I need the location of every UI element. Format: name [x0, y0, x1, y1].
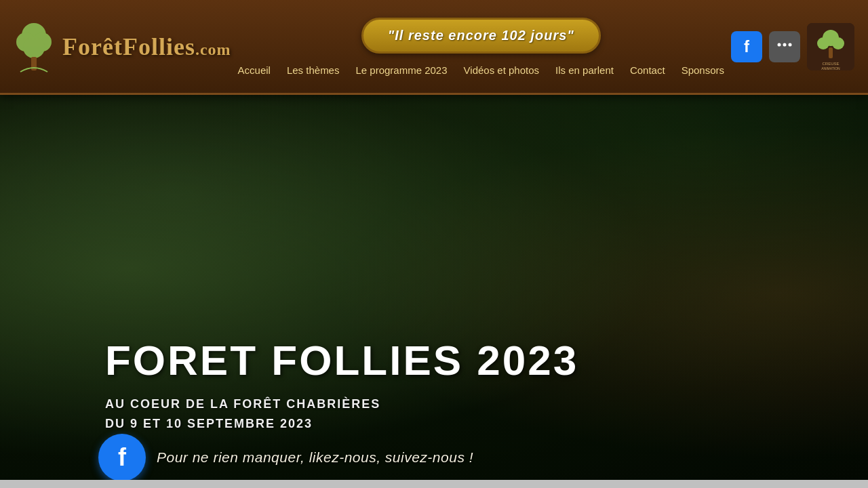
- center-area: "Il reste encore 102 jours" Accueil Les …: [231, 18, 731, 76]
- countdown-button[interactable]: "Il reste encore 102 jours": [361, 18, 601, 54]
- svg-rect-12: [829, 47, 833, 58]
- share-button[interactable]: [769, 31, 800, 62]
- hero-subtitle: AU COEUR DE LA FORÊT CHABRIÈRES DU 9 ET …: [105, 394, 578, 434]
- nav-contact[interactable]: Contact: [630, 64, 665, 76]
- facebook-button[interactable]: f: [731, 31, 762, 62]
- right-area: f CREUSE: [731, 23, 854, 70]
- svg-point-6: [783, 43, 787, 47]
- svg-text:CREUSE: CREUSE: [822, 62, 839, 66]
- svg-point-3: [23, 37, 45, 58]
- hero-title: Foret Follies 2023: [105, 338, 578, 382]
- nav-ils-parlent[interactable]: Ils en parlent: [555, 64, 614, 76]
- facebook-icon: f: [744, 37, 749, 56]
- logo-area: ForêtFollies.com: [14, 23, 231, 70]
- svg-point-5: [778, 43, 781, 47]
- logo-brand: ForêtFollies: [62, 33, 195, 60]
- nav-links: Accueil Les thèmes Le programme 2023 Vid…: [238, 64, 724, 76]
- svg-point-10: [817, 37, 829, 49]
- logo-icon[interactable]: [14, 23, 54, 70]
- partner-logo: CREUSE ANIMATION: [807, 23, 854, 70]
- logo-suffix: .com: [195, 41, 231, 58]
- nav-programme[interactable]: Le programme 2023: [355, 64, 447, 76]
- share-icon: [777, 39, 792, 54]
- facebook-circle-icon: f: [118, 443, 126, 472]
- social-row: f Pour ne rien manquer, likez-nous, suiv…: [98, 434, 473, 481]
- navbar: ForêtFollies.com "Il reste encore 102 jo…: [0, 0, 868, 95]
- svg-point-11: [832, 37, 844, 49]
- svg-text:ANIMATION: ANIMATION: [821, 66, 840, 70]
- social-cta-text: Pour ne rien manquer, likez-nous, suivez…: [157, 449, 473, 466]
- hero-line1: AU COEUR DE LA FORÊT CHABRIÈRES: [105, 394, 578, 414]
- nav-themes[interactable]: Les thèmes: [287, 64, 340, 76]
- hero-line2: DU 9 ET 10 SEPTEMBRE 2023: [105, 414, 578, 434]
- nav-videos[interactable]: Vidéos et photos: [464, 64, 539, 76]
- facebook-circle-button[interactable]: f: [98, 434, 146, 481]
- svg-point-7: [789, 43, 792, 47]
- logo-text[interactable]: ForêtFollies.com: [62, 33, 231, 61]
- nav-accueil[interactable]: Accueil: [238, 64, 271, 76]
- bottom-bar: [0, 480, 868, 488]
- nav-sponsors[interactable]: Sponsors: [682, 64, 724, 76]
- hero-content: Foret Follies 2023 AU COEUR DE LA FORÊT …: [105, 338, 578, 434]
